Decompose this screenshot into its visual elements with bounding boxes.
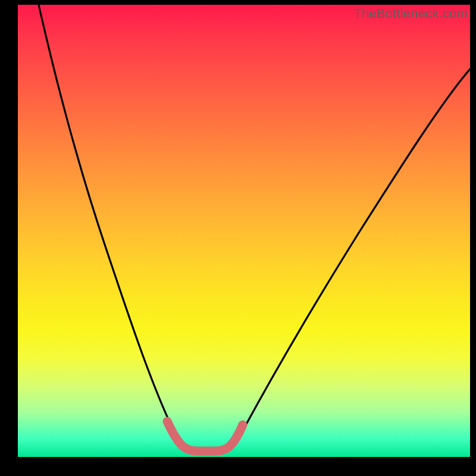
watermark-text: TheBottleneck.com [353, 6, 468, 21]
chart-plot-area [18, 5, 470, 457]
bottom-marker-path [167, 421, 243, 451]
bottleneck-curve-svg [18, 5, 470, 457]
bottleneck-curve-path [39, 5, 470, 450]
